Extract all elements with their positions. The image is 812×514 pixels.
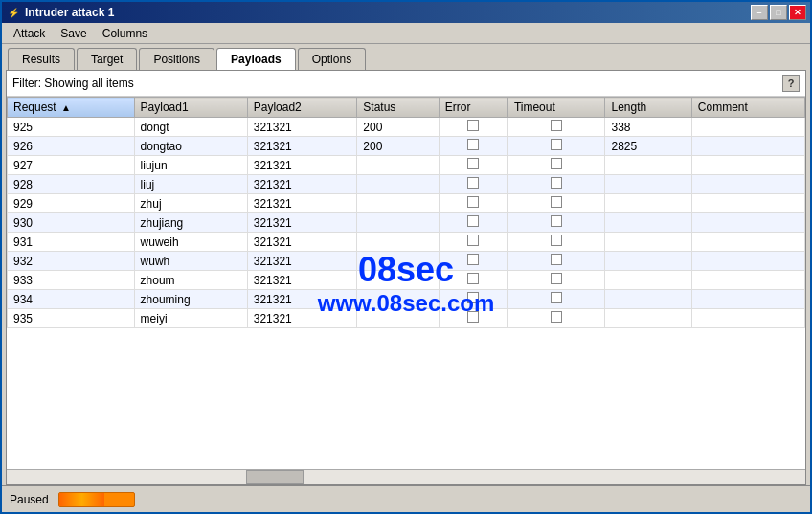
- error-checkbox[interactable]: [467, 311, 479, 323]
- table-header-row: Request ▲ Payload1 Payload2 Status Error…: [8, 98, 805, 118]
- col-payload1[interactable]: Payload1: [134, 98, 247, 118]
- restore-button[interactable]: □: [770, 5, 787, 20]
- progress-bar: [58, 492, 135, 507]
- table-row[interactable]: 934zhouming321321: [8, 290, 805, 309]
- window-icon: ⚡: [6, 5, 21, 20]
- menu-save[interactable]: Save: [53, 25, 94, 42]
- horizontal-scrollbar[interactable]: [7, 469, 805, 484]
- error-checkbox[interactable]: [467, 273, 479, 284]
- main-window: ⚡ Intruder attack 1 – □ ✕ Attack Save Co…: [0, 0, 812, 514]
- content-area: Filter: Showing all items ? 08sec www.08…: [6, 70, 806, 485]
- col-error[interactable]: Error: [439, 98, 508, 118]
- col-timeout[interactable]: Timeout: [508, 98, 605, 118]
- timeout-checkbox[interactable]: [551, 215, 562, 227]
- scrollbar-thumb[interactable]: [246, 470, 304, 484]
- timeout-checkbox[interactable]: [551, 311, 562, 323]
- error-checkbox[interactable]: [467, 139, 479, 150]
- timeout-checkbox[interactable]: [551, 177, 562, 189]
- table-row[interactable]: 928liuj321321: [8, 175, 805, 194]
- tab-payloads[interactable]: Payloads: [216, 48, 296, 70]
- timeout-checkbox[interactable]: [551, 235, 562, 246]
- menu-columns[interactable]: Columns: [95, 25, 155, 42]
- timeout-checkbox[interactable]: [551, 139, 562, 150]
- table-row[interactable]: 927liujun321321: [8, 156, 805, 175]
- table-row[interactable]: 933zhoum321321: [8, 271, 805, 290]
- close-button[interactable]: ✕: [789, 5, 806, 20]
- table-row[interactable]: 926dongtao3213212002825: [8, 137, 805, 156]
- menu-attack[interactable]: Attack: [6, 25, 53, 42]
- col-payload2[interactable]: Payload2: [247, 98, 357, 118]
- filter-bar: Filter: Showing all items ?: [7, 71, 805, 97]
- error-checkbox[interactable]: [467, 196, 479, 208]
- col-comment[interactable]: Comment: [691, 98, 804, 118]
- table-row[interactable]: 931wuweih321321: [8, 233, 805, 252]
- error-checkbox[interactable]: [467, 292, 479, 303]
- error-checkbox[interactable]: [467, 215, 479, 227]
- results-table: Request ▲ Payload1 Payload2 Status Error…: [7, 97, 805, 328]
- timeout-checkbox[interactable]: [551, 292, 562, 303]
- scrollbar-track[interactable]: [7, 470, 805, 484]
- results-table-container[interactable]: 08sec www.08sec.com Request ▲ Payload1 P…: [7, 97, 805, 469]
- col-request[interactable]: Request ▲: [8, 98, 135, 118]
- timeout-checkbox[interactable]: [551, 273, 562, 284]
- paused-label: Paused: [10, 493, 49, 506]
- tab-target[interactable]: Target: [77, 48, 137, 70]
- window-controls: – □ ✕: [751, 5, 806, 20]
- table-row[interactable]: 932wuwh321321: [8, 252, 805, 271]
- error-checkbox[interactable]: [467, 120, 479, 131]
- tab-positions[interactable]: Positions: [139, 48, 214, 70]
- table-row[interactable]: 925dongt321321200338: [8, 118, 805, 137]
- timeout-checkbox[interactable]: [551, 196, 562, 208]
- filter-label: Filter: Showing all items: [12, 77, 134, 90]
- timeout-checkbox[interactable]: [551, 120, 562, 131]
- col-length[interactable]: Length: [605, 98, 691, 118]
- table-row[interactable]: 929zhuj321321: [8, 194, 805, 213]
- error-checkbox[interactable]: [467, 235, 479, 246]
- error-checkbox[interactable]: [467, 177, 479, 189]
- window-title: Intruder attack 1: [25, 6, 751, 19]
- error-checkbox[interactable]: [467, 158, 479, 169]
- table-body: 925dongt321321200338926dongtao3213212002…: [8, 118, 805, 328]
- sort-arrow-request: ▲: [61, 102, 71, 113]
- tabs-bar: Results Target Positions Payloads Option…: [2, 44, 810, 70]
- table-row[interactable]: 935meiyi321321: [8, 309, 805, 328]
- minimize-button[interactable]: –: [751, 5, 768, 20]
- menu-bar: Attack Save Columns: [2, 23, 810, 44]
- error-checkbox[interactable]: [467, 254, 479, 265]
- table-row[interactable]: 930zhujiang321321: [8, 213, 805, 233]
- status-bar: Paused: [2, 485, 810, 512]
- timeout-checkbox[interactable]: [551, 158, 562, 169]
- timeout-checkbox[interactable]: [551, 254, 562, 265]
- help-button[interactable]: ?: [782, 75, 800, 92]
- tab-results[interactable]: Results: [8, 48, 75, 70]
- tab-options[interactable]: Options: [298, 48, 366, 70]
- col-status[interactable]: Status: [357, 98, 439, 118]
- title-bar: ⚡ Intruder attack 1 – □ ✕: [2, 2, 810, 23]
